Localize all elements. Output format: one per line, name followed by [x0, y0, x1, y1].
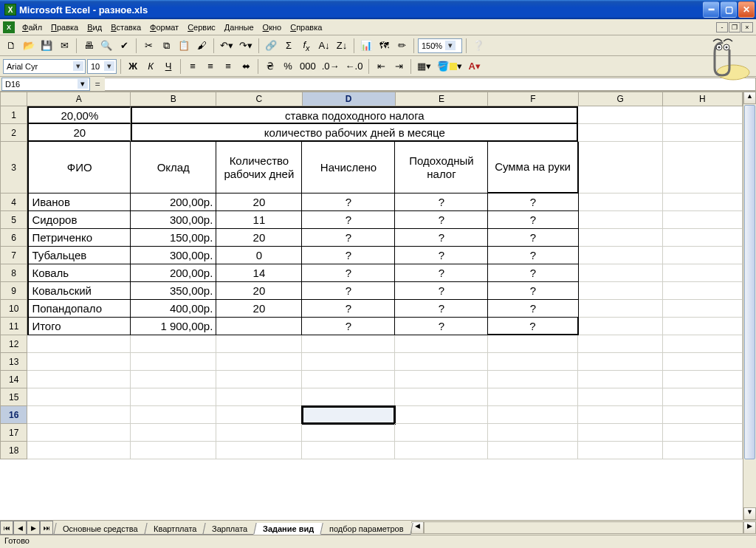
cell-D4[interactable]: ?: [302, 193, 395, 211]
cell-E11[interactable]: ?: [395, 318, 488, 335]
cell-H18[interactable]: [663, 442, 743, 459]
col-head-C[interactable]: C: [216, 92, 302, 106]
menu-окно[interactable]: Окно: [258, 21, 286, 33]
cell-E7[interactable]: ?: [395, 247, 488, 264]
col-head-H[interactable]: H: [663, 92, 743, 106]
font-size-combo[interactable]: 10 ▾: [87, 59, 117, 74]
cell-E9[interactable]: ?: [395, 282, 488, 300]
cell-G3[interactable]: [579, 142, 663, 193]
cell-H17[interactable]: [663, 424, 743, 442]
cell-G7[interactable]: [579, 247, 663, 264]
cell-A3[interactable]: ФИО: [27, 142, 131, 193]
increase-indent-icon[interactable]: ⇥: [391, 58, 407, 75]
horizontal-scrollbar[interactable]: ◀ ▶: [411, 521, 756, 535]
cut-icon[interactable]: ✂: [140, 38, 157, 54]
cell-H15[interactable]: [663, 388, 743, 406]
cell-H8[interactable]: [663, 264, 743, 282]
sheet-tab-0[interactable]: Основные средства: [53, 523, 147, 535]
bold-button[interactable]: Ж: [125, 58, 141, 75]
cell-C15[interactable]: [216, 388, 302, 406]
cell-A18[interactable]: [27, 442, 131, 459]
menu-формат[interactable]: Формат: [145, 21, 183, 33]
underline-button[interactable]: Ч: [160, 58, 176, 75]
dropdown-icon[interactable]: ▾: [104, 61, 114, 71]
cell-B17[interactable]: [131, 424, 216, 442]
dropdown-icon[interactable]: ▾: [73, 61, 83, 71]
cell-A14[interactable]: [27, 371, 131, 388]
copy-icon[interactable]: ⧉: [158, 38, 174, 54]
cell-H2[interactable]: [663, 124, 743, 142]
scroll-up-icon[interactable]: ▲: [743, 92, 756, 104]
cell-C18[interactable]: [216, 442, 302, 459]
cell-G6[interactable]: [579, 229, 663, 247]
sheet-tab-1[interactable]: Квартплата: [144, 523, 206, 535]
scroll-down-icon[interactable]: ▼: [743, 507, 756, 520]
cell-F4[interactable]: ?: [488, 193, 578, 211]
comma-icon[interactable]: 000: [298, 58, 318, 75]
cell-E17[interactable]: [395, 424, 488, 442]
row-head-18[interactable]: 18: [0, 442, 27, 459]
merge-center-icon[interactable]: ⬌: [238, 58, 254, 75]
cell-A8[interactable]: Коваль: [27, 264, 131, 282]
function-icon[interactable]: fx: [298, 38, 315, 54]
cell-F18[interactable]: [488, 442, 578, 459]
cell-B6[interactable]: 150,00р.: [131, 229, 216, 247]
cell-H5[interactable]: [663, 211, 743, 229]
cell-C7[interactable]: 0: [216, 247, 302, 264]
cell-D14[interactable]: [302, 371, 395, 388]
cell-D9[interactable]: ?: [302, 282, 395, 300]
col-head-E[interactable]: E: [396, 92, 489, 106]
row-head-11[interactable]: 11: [0, 318, 27, 335]
font-name-combo[interactable]: Arial Cyr ▾: [3, 59, 86, 74]
vertical-scrollbar[interactable]: ▲ ▼: [743, 92, 756, 520]
cell-G14[interactable]: [578, 371, 662, 388]
cell-H3[interactable]: [663, 142, 743, 193]
cell-F17[interactable]: [488, 424, 578, 442]
cell-A13[interactable]: [27, 353, 131, 371]
row-head-3[interactable]: 3: [0, 142, 27, 193]
menu-вид[interactable]: Вид: [83, 21, 106, 33]
name-box[interactable]: D16 ▾: [1, 78, 90, 91]
cell-E8[interactable]: ?: [395, 264, 488, 282]
cell-D7[interactable]: ?: [302, 247, 395, 264]
cell-F8[interactable]: ?: [488, 264, 578, 282]
align-left-icon[interactable]: ≡: [185, 58, 201, 75]
cell-H4[interactable]: [663, 193, 743, 211]
cell-B5[interactable]: 300,00р.: [131, 211, 216, 229]
cell-B3[interactable]: Оклад: [131, 142, 216, 193]
cell-H7[interactable]: [663, 247, 743, 264]
cell-H10[interactable]: [663, 300, 743, 318]
doc-restore-button[interactable]: ❐: [729, 22, 740, 32]
cell-A6[interactable]: Петриченко: [27, 229, 131, 247]
chart-wizard-icon[interactable]: 📊: [358, 38, 374, 54]
menu-сервис[interactable]: Сервис: [183, 21, 220, 33]
tab-next-icon[interactable]: ▶: [27, 521, 40, 535]
cell-F13[interactable]: [488, 353, 578, 371]
cell-D15[interactable]: [302, 388, 395, 406]
cell-C3[interactable]: Количество рабочих дней: [216, 142, 302, 193]
cell-A4[interactable]: Иванов: [27, 193, 131, 211]
doc-minimize-button[interactable]: -: [716, 22, 728, 32]
italic-button[interactable]: К: [142, 58, 159, 75]
cell-E14[interactable]: [395, 371, 488, 388]
cell-E18[interactable]: [395, 442, 488, 459]
tab-last-icon[interactable]: ⏭: [40, 521, 53, 535]
cell-G1[interactable]: [578, 106, 662, 124]
cell-G4[interactable]: [579, 193, 663, 211]
cell-C8[interactable]: 14: [216, 264, 302, 282]
cell-B8[interactable]: 200,00р.: [131, 264, 216, 282]
row-head-17[interactable]: 17: [0, 424, 27, 442]
cell-F11[interactable]: ?: [488, 318, 578, 335]
cell-F16[interactable]: [488, 406, 578, 424]
cell-D8[interactable]: ?: [302, 264, 395, 282]
cell-H9[interactable]: [663, 282, 743, 300]
cell-B13[interactable]: [131, 353, 216, 371]
cell-D3[interactable]: Начислено: [302, 142, 395, 193]
col-head-G[interactable]: G: [579, 92, 663, 106]
cell-F9[interactable]: ?: [488, 282, 578, 300]
cell-G11[interactable]: [579, 318, 663, 335]
row-head-1[interactable]: 1: [0, 106, 27, 124]
cell-B18[interactable]: [131, 442, 216, 459]
scroll-left-icon[interactable]: ◀: [411, 521, 424, 534]
cell-A10[interactable]: Попандопало: [27, 300, 131, 318]
